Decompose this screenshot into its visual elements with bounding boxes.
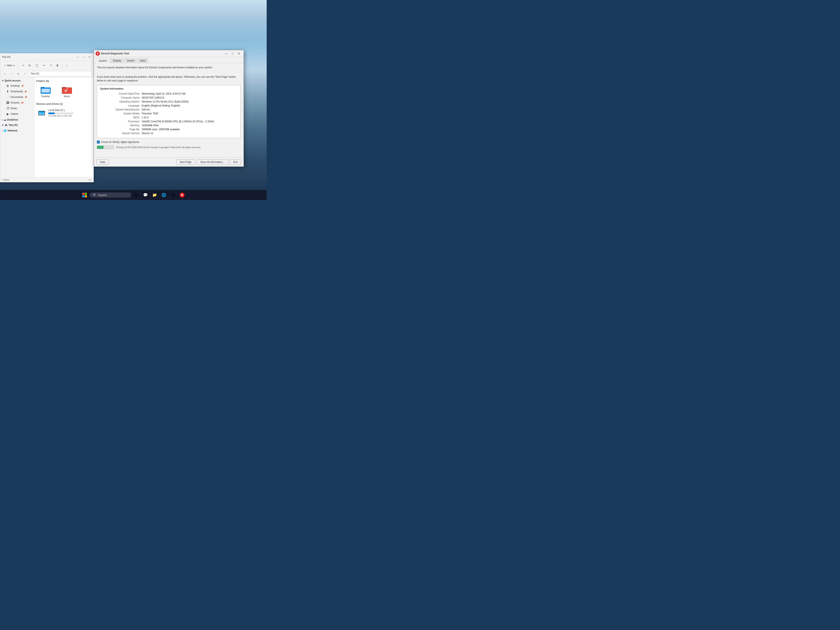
- pictures-pin-icon: 📌: [21, 102, 23, 104]
- quick-access-label: Quick access: [5, 79, 21, 82]
- drive-bar-fill: [48, 112, 55, 114]
- music-folder-label: Music: [64, 95, 70, 98]
- address-input[interactable]: [28, 71, 92, 76]
- new-button[interactable]: ＋ New ∨: [2, 62, 17, 69]
- exit-button[interactable]: Exit: [230, 159, 241, 165]
- save-all-button[interactable]: Save All Information...: [197, 159, 228, 165]
- info-row-pagefile: Page file: 3090MB used, 15997MB availabl…: [100, 128, 237, 131]
- view-toggle[interactable]: ≡ □: [88, 178, 92, 181]
- up-button[interactable]: ↑: [22, 71, 28, 77]
- quick-access-chevron: ∨: [2, 79, 4, 82]
- desktop-folder-item[interactable]: Desktop: [36, 85, 55, 99]
- task-view-button[interactable]: ⧉: [132, 191, 141, 199]
- local-disk-item[interactable]: Local Disk (C:) 178 GB free of 237 GB: [36, 107, 92, 118]
- dxtool-progress-fill: [97, 146, 104, 149]
- copy-icon: ⧉: [29, 64, 31, 67]
- edge-browser-button[interactable]: 🌐: [159, 191, 168, 199]
- start-button[interactable]: [81, 191, 89, 199]
- dxtool-content: This tool reports detailed information a…: [94, 63, 243, 158]
- directx-button[interactable]: X: [178, 191, 186, 199]
- tab-display[interactable]: Display: [110, 58, 124, 63]
- dxtool-intro-line2: If you know what area is causing the pro…: [97, 75, 241, 82]
- info-row-language: Language: English (Regional Setting: Eng…: [100, 104, 237, 107]
- explorer-maximize-button[interactable]: □: [81, 55, 86, 60]
- svg-point-14: [44, 114, 44, 115]
- taskbar: 🔍 Search ⧉ 💬 📁 🌐 🛍 X: [0, 190, 267, 200]
- share-button[interactable]: ↗: [48, 62, 54, 69]
- rename-button[interactable]: ✏: [41, 62, 47, 69]
- thispc-header[interactable]: ∨ 💻 This PC: [0, 123, 35, 128]
- chat-button[interactable]: 💬: [141, 191, 150, 199]
- paste-icon: 📋: [35, 64, 38, 67]
- dxtool-progress-bar: [97, 145, 114, 149]
- delete-button[interactable]: 🗑: [54, 62, 61, 69]
- info-value-directx: DirectX 12: [142, 132, 237, 135]
- cut-icon: ✂: [22, 64, 24, 67]
- paste-button[interactable]: 📋: [33, 62, 40, 69]
- copy-button[interactable]: ⧉: [27, 62, 33, 69]
- explorer-minimize-button[interactable]: —: [75, 55, 80, 60]
- explorer-close-button[interactable]: ✕: [87, 55, 92, 60]
- info-label-bios: BIOS:: [100, 116, 142, 119]
- sidebar-item-documents[interactable]: 📄 Documents 📌: [1, 95, 33, 100]
- info-row-processor: Processor: Intel(R) Core(TM) i5-8300H CP…: [100, 120, 237, 123]
- file-explorer-button[interactable]: 📁: [150, 191, 159, 199]
- drive-name: Local Disk (C:): [48, 109, 91, 112]
- videos-folder-icon: ▶: [6, 112, 9, 115]
- sidebar-item-pictures[interactable]: 🖼 Pictures 📌: [1, 100, 33, 106]
- sort-button[interactable]: ↕: [64, 62, 69, 69]
- toolbar-separator-2: [62, 63, 63, 68]
- network-section: › 🌐 Network: [0, 128, 35, 133]
- sidebar-item-desktop[interactable]: 🖥 Desktop 📌: [1, 83, 33, 88]
- tab-system[interactable]: System: [96, 58, 110, 63]
- info-row-memory: Memory: 16384MB RAM: [100, 124, 237, 127]
- dxtool-intro-line1: This tool reports detailed information a…: [97, 66, 241, 69]
- svg-rect-15: [39, 112, 41, 112]
- item-count: 7 items: [2, 178, 9, 181]
- dxtool-icon-label: X: [97, 52, 98, 55]
- info-label-computername: Computer Name:: [100, 96, 142, 99]
- dxtool-tabs: System Display Sound Input: [94, 57, 243, 63]
- next-page-button[interactable]: Next Page: [176, 159, 195, 165]
- file-explorer-icon: 📁: [152, 193, 157, 197]
- tab-sound[interactable]: Sound: [124, 58, 137, 63]
- dxtool-maximize-button[interactable]: □: [230, 51, 235, 56]
- tab-input[interactable]: Input: [137, 58, 148, 63]
- dxtool-title: DirectX Diagnostic Tool: [101, 52, 224, 55]
- cut-button[interactable]: ✂: [20, 62, 26, 69]
- sidebar-item-music[interactable]: 🎵 Music: [1, 106, 33, 111]
- help-button[interactable]: Help: [96, 159, 109, 165]
- dxtool-info-box: System Information Current Date/Time: We…: [97, 85, 241, 138]
- dxtool-minimize-button[interactable]: —: [224, 51, 229, 56]
- whql-checkbox-label: Check for WHQL digital signatures: [101, 141, 139, 144]
- folders-grid: Desktop M: [36, 85, 92, 99]
- network-header[interactable]: › 🌐 Network: [0, 128, 35, 133]
- info-value-processor: Intel(R) Core(TM) i5-8300H CPU @ 2.30GHz…: [142, 120, 237, 123]
- svg-point-8: [65, 90, 66, 91]
- thispc-icon: 💻: [5, 124, 8, 127]
- info-label-datetime: Current Date/Time:: [100, 92, 142, 95]
- win-logo-q1: [82, 193, 84, 195]
- explorer-title: This PC: [2, 55, 75, 58]
- info-label-model: System Model:: [100, 112, 142, 115]
- sidebar-item-videos[interactable]: ▶ Videos: [1, 111, 33, 117]
- sidebar-desktop-label: Desktop: [11, 84, 20, 87]
- network-icon: 🌐: [3, 129, 7, 132]
- whql-checkbox[interactable]: [97, 141, 100, 144]
- quick-access-header[interactable]: ∨ Quick access: [0, 78, 35, 83]
- dropdown-button[interactable]: ∨: [15, 71, 21, 77]
- explorer-body: ∨ Quick access 🖥 Desktop 📌 ⬇ Downloads 📌…: [0, 77, 93, 177]
- dxtool-close-button[interactable]: ✕: [236, 51, 242, 56]
- onedrive-header[interactable]: › ☁ OneDrive: [0, 117, 35, 122]
- back-button[interactable]: ←: [2, 71, 8, 77]
- store-button[interactable]: 🛍: [169, 191, 177, 199]
- documents-pin-icon: 📌: [25, 96, 27, 98]
- folders-section-header: Folders (6): [36, 79, 92, 83]
- taskbar-search[interactable]: 🔍 Search: [90, 193, 131, 197]
- edge-icon: 🌐: [161, 193, 166, 197]
- svg-rect-2: [41, 87, 45, 88]
- info-row-datetime: Current Date/Time: Wednesday, April 10, …: [100, 92, 237, 95]
- forward-button[interactable]: →: [8, 71, 14, 77]
- sidebar-item-downloads[interactable]: ⬇ Downloads 📌: [1, 89, 33, 94]
- music-folder-item[interactable]: Music: [57, 85, 76, 99]
